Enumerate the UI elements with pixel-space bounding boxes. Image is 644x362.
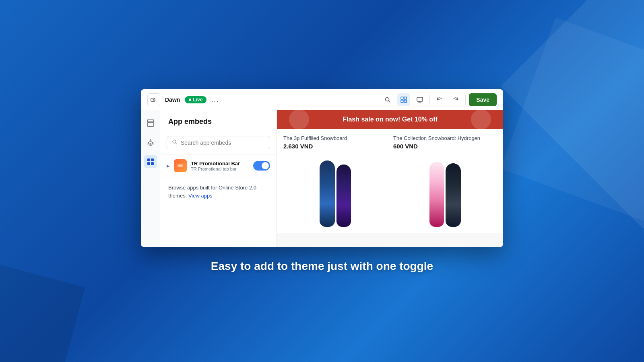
- more-button[interactable]: ...: [211, 96, 219, 103]
- search-icon: [384, 97, 391, 103]
- embed-toggle[interactable]: [253, 161, 270, 171]
- topbar: Dawn Live ...: [141, 89, 503, 110]
- svg-rect-15: [178, 165, 182, 167]
- undo-button[interactable]: [433, 93, 446, 106]
- svg-rect-10: [151, 158, 154, 161]
- banner-text: Flash sale on now! Get 10% off: [343, 116, 438, 123]
- product-2-image: [393, 154, 497, 227]
- search-button[interactable]: [381, 93, 394, 106]
- browser-window: Dawn Live ...: [141, 89, 503, 247]
- embed-app-icon: [174, 159, 187, 172]
- theme-name: Dawn: [165, 97, 180, 103]
- sidebar-icon-apps[interactable]: [144, 136, 157, 149]
- search-input-wrap[interactable]: [167, 136, 270, 149]
- topbar-left: Dawn Live ...: [147, 93, 376, 106]
- search-icon: [172, 139, 178, 146]
- embed-row: ▶ TR Promotional Bar TR Promotional top …: [160, 154, 277, 177]
- caption: Easy to add to theme just with one toggl…: [211, 260, 433, 273]
- snowboard-2: [336, 165, 351, 227]
- apps-icon: [147, 139, 154, 146]
- sidebar-icons: [141, 110, 160, 247]
- selection-button[interactable]: [397, 93, 410, 106]
- sections-icon: [147, 119, 154, 127]
- product-1-price: 2.630 VND: [283, 143, 387, 150]
- svg-rect-7: [147, 120, 154, 122]
- promotional-bar-icon: [177, 162, 184, 169]
- svg-rect-2: [401, 97, 403, 99]
- svg-rect-3: [404, 97, 407, 99]
- flash-banner: Flash sale on now! Get 10% off: [277, 110, 503, 129]
- product-card-1: The 3p Fulfilled Snowboard 2.630 VND: [283, 135, 387, 227]
- flash-circle-left: [289, 110, 309, 130]
- product-card-2: The Collection Snowboard: Hydrogen 600 V…: [393, 135, 497, 227]
- desktop-icon: [417, 97, 423, 103]
- redo-icon: [452, 97, 459, 103]
- svg-rect-9: [147, 158, 150, 161]
- snowboard-4: [446, 163, 461, 227]
- undo-icon: [436, 97, 443, 103]
- svg-rect-12: [151, 162, 154, 165]
- redo-button[interactable]: [449, 93, 462, 106]
- snowboard-1: [320, 160, 335, 227]
- browse-apps-text: Browse apps built for Online Store 2.0 t…: [160, 177, 277, 206]
- view-apps-link[interactable]: View apps: [188, 193, 213, 199]
- svg-rect-8: [147, 123, 154, 126]
- product-2-price: 600 VND: [393, 143, 497, 150]
- live-dot: [189, 99, 191, 101]
- topbar-right: Save: [381, 93, 497, 106]
- panel-header: App embeds: [160, 110, 277, 131]
- embed-info: TR Promotional Bar TR Promotional top ba…: [191, 160, 249, 171]
- product-1-image: [283, 154, 387, 227]
- divider: [429, 95, 430, 105]
- panel: App embeds ▶: [160, 110, 277, 247]
- expand-icon[interactable]: ▶: [167, 164, 170, 168]
- preview-area: Flash sale on now! Get 10% off The 3p Fu…: [277, 110, 503, 247]
- sidebar-icon-sections[interactable]: [144, 117, 157, 130]
- grid-icon: [147, 158, 154, 165]
- product-1-name: The 3p Fulfilled Snowboard: [283, 135, 387, 141]
- main-container: Dawn Live ...: [0, 0, 644, 362]
- product-2-name: The Collection Snowboard: Hydrogen: [393, 135, 497, 141]
- svg-rect-5: [404, 100, 407, 103]
- svg-rect-4: [401, 100, 403, 103]
- embed-subtitle: TR Promotional top bar: [191, 167, 249, 171]
- window-body: App embeds ▶: [141, 110, 503, 247]
- flash-circle-right: [471, 110, 491, 130]
- divider-2: [465, 95, 466, 105]
- back-icon: [151, 97, 157, 103]
- snowboard-3: [429, 162, 444, 227]
- search-input[interactable]: [181, 140, 265, 146]
- svg-rect-11: [147, 162, 150, 165]
- save-button[interactable]: Save: [469, 93, 497, 106]
- svg-rect-6: [417, 97, 423, 101]
- back-button[interactable]: [147, 93, 160, 106]
- embed-name: TR Promotional Bar: [191, 160, 249, 167]
- desktop-button[interactable]: [413, 93, 426, 106]
- live-badge: Live: [185, 96, 206, 103]
- selection-icon: [400, 97, 407, 103]
- sidebar-icon-grid[interactable]: [144, 155, 157, 168]
- products-row: The 3p Fulfilled Snowboard 2.630 VND The…: [277, 129, 503, 233]
- live-label: Live: [193, 97, 202, 103]
- panel-search: [160, 131, 277, 154]
